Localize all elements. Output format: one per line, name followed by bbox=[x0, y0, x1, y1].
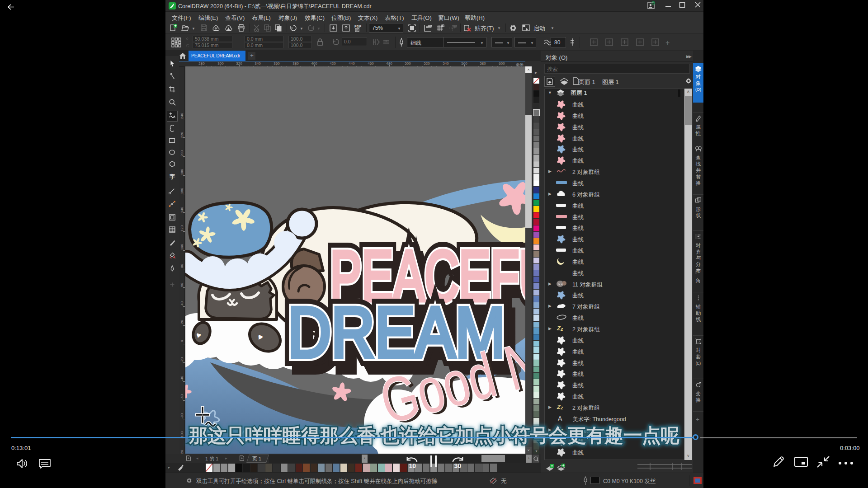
svg-text:字: 字 bbox=[170, 174, 175, 180]
svg-text:PDF: PDF bbox=[354, 24, 361, 28]
svg-text:30: 30 bbox=[454, 462, 462, 469]
svg-text:那这只咩咩睡得那么香 也许给它加点小符号会更有趣一点呢: 那这只咩咩睡得那么香 也许给它加点小符号会更有趣一点呢 bbox=[189, 425, 679, 446]
svg-text:10: 10 bbox=[409, 462, 416, 469]
